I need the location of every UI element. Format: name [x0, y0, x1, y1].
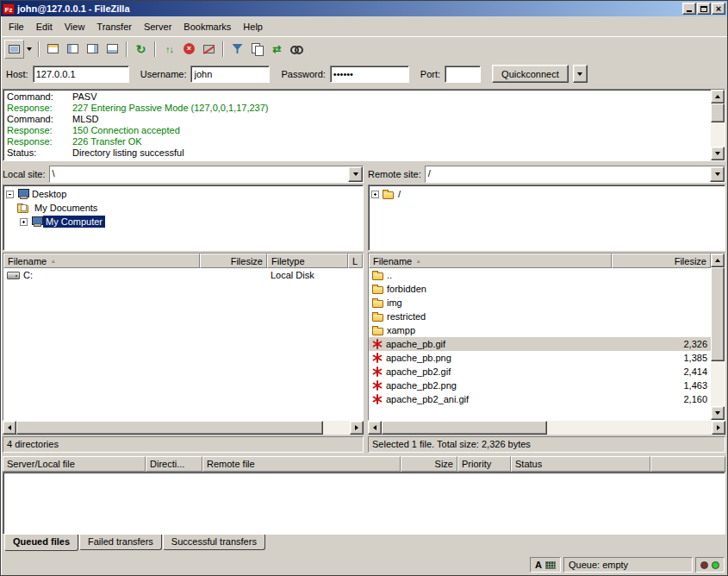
- local-horizontal-scrollbar[interactable]: [3, 421, 364, 435]
- password-input[interactable]: [330, 66, 409, 83]
- log-line: Command:MLSD: [7, 114, 707, 125]
- column-header-last-modified[interactable]: L: [348, 254, 363, 268]
- quickconnect-button[interactable]: Quickconnect: [492, 65, 569, 83]
- remote-file-row[interactable]: apache_pb.png 1,385: [369, 351, 711, 365]
- scroll-right-button[interactable]: [350, 421, 364, 435]
- remote-site-combo[interactable]: /: [425, 166, 725, 183]
- log-vertical-scrollbar[interactable]: [711, 90, 725, 160]
- column-header-size[interactable]: Size: [401, 456, 457, 472]
- triangle-left-icon: [373, 425, 376, 430]
- column-header-filesize[interactable]: Filesize: [612, 254, 711, 268]
- column-header-filetype[interactable]: Filetype: [267, 254, 348, 268]
- scroll-up-button[interactable]: [711, 90, 725, 103]
- column-header-direction[interactable]: Directi...: [146, 456, 202, 472]
- tree-item-root[interactable]: /: [369, 187, 725, 201]
- tab-successful-transfers[interactable]: Successful transfers: [163, 535, 265, 550]
- queue-body[interactable]: [3, 472, 725, 535]
- column-header-filesize[interactable]: Filesize: [200, 254, 267, 268]
- remote-file-row[interactable]: apache_pb2.gif 2,414: [369, 365, 711, 379]
- filezilla-window: Fz john@127.0.0.1 - FileZilla × File Edi…: [0, 0, 728, 576]
- minimize-button[interactable]: [682, 3, 696, 15]
- menu-view[interactable]: View: [59, 19, 91, 34]
- expand-expander[interactable]: [20, 218, 28, 226]
- local-site-dropdown-button[interactable]: [348, 166, 363, 182]
- toggle-local-treeview-button[interactable]: [63, 40, 83, 59]
- port-input[interactable]: [445, 66, 481, 83]
- scroll-track[interactable]: [711, 103, 725, 147]
- menu-transfer[interactable]: Transfer: [90, 19, 138, 34]
- process-queue-button[interactable]: ↑↓: [159, 40, 179, 59]
- scroll-thumb[interactable]: [16, 421, 323, 435]
- local-status-text: 4 directories: [3, 436, 364, 453]
- remote-file-row[interactable]: img: [369, 296, 711, 310]
- remote-file-row[interactable]: apache_pb2.png 1,463: [369, 379, 711, 392]
- toggle-remote-treeview-button[interactable]: [83, 40, 103, 59]
- scroll-thumb[interactable]: [382, 421, 547, 435]
- close-button[interactable]: ×: [712, 3, 725, 15]
- menu-help[interactable]: Help: [237, 19, 269, 34]
- username-input[interactable]: [190, 66, 270, 83]
- scroll-down-button[interactable]: [711, 406, 725, 420]
- scroll-down-button[interactable]: [711, 147, 725, 160]
- quickconnect-bar: Host: Username: Password: Port: Quickcon…: [1, 60, 727, 87]
- remote-file-row[interactable]: apache_pb2_ani.gif 2,160: [369, 392, 711, 406]
- toggle-transfer-queue-button[interactable]: [103, 40, 122, 59]
- tree-item-desktop[interactable]: Desktop: [3, 187, 363, 201]
- expand-expander[interactable]: [371, 191, 379, 198]
- column-header-server-local-file[interactable]: Server/Local file: [3, 456, 146, 472]
- site-manager-dropdown-button[interactable]: [24, 40, 34, 59]
- scroll-left-button[interactable]: [368, 421, 382, 435]
- remote-file-row-selected[interactable]: apache_pb.gif 2,326: [369, 337, 711, 351]
- scroll-track[interactable]: [16, 421, 350, 435]
- directory-listing-filters-button[interactable]: [227, 40, 247, 59]
- remote-horizontal-scrollbar[interactable]: [368, 421, 725, 435]
- title-bar[interactable]: Fz john@127.0.0.1 - FileZilla ×: [1, 1, 727, 16]
- scroll-thumb[interactable]: [711, 267, 725, 361]
- column-header-remote-file[interactable]: Remote file: [202, 456, 401, 472]
- column-header-priority[interactable]: Priority: [457, 456, 511, 472]
- collapse-expander[interactable]: [6, 191, 14, 198]
- menu-file[interactable]: File: [3, 19, 30, 34]
- host-input[interactable]: [33, 66, 129, 83]
- transfer-type-indicator[interactable]: A: [530, 557, 561, 573]
- directory-comparison-button[interactable]: [247, 40, 267, 59]
- remote-file-row[interactable]: xampp: [369, 323, 711, 337]
- tree-item-my-documents[interactable]: My Documents: [3, 201, 363, 215]
- column-header-filename[interactable]: Filename▲: [3, 254, 200, 268]
- scroll-track[interactable]: [382, 421, 712, 435]
- refresh-button[interactable]: ↻: [131, 40, 151, 59]
- remote-file-row[interactable]: forbidden: [369, 282, 711, 296]
- maximize-button[interactable]: [697, 3, 711, 15]
- disconnect-button[interactable]: [199, 40, 219, 59]
- image-file-icon: [372, 339, 383, 349]
- my-documents-icon: [17, 205, 28, 213]
- column-header-filename[interactable]: Filename▲: [369, 254, 612, 268]
- tab-failed-transfers[interactable]: Failed transfers: [79, 535, 162, 550]
- menu-bookmarks[interactable]: Bookmarks: [177, 19, 237, 34]
- scroll-right-button[interactable]: [712, 421, 725, 435]
- site-manager-button[interactable]: [4, 40, 24, 59]
- synchronized-browsing-button[interactable]: ⇄: [267, 40, 287, 59]
- cancel-operation-button[interactable]: ×: [179, 40, 199, 59]
- remote-site-dropdown-button[interactable]: [710, 166, 725, 182]
- tab-queued-files[interactable]: Queued files: [4, 535, 78, 551]
- remote-file-row[interactable]: ..: [369, 268, 711, 282]
- menu-edit[interactable]: Edit: [30, 19, 59, 34]
- scroll-up-button[interactable]: [711, 254, 725, 267]
- local-file-row[interactable]: C: Local Disk: [3, 268, 363, 282]
- folder-icon: [372, 286, 383, 294]
- remote-directory-tree: /: [368, 185, 725, 251]
- local-site-combo[interactable]: \: [49, 166, 364, 183]
- tree-item-my-computer[interactable]: My Computer: [3, 215, 363, 229]
- scroll-thumb[interactable]: [711, 103, 725, 122]
- find-files-button[interactable]: [287, 40, 307, 59]
- remote-vertical-scrollbar[interactable]: [711, 254, 725, 420]
- desktop-icon: [17, 189, 29, 199]
- scroll-left-button[interactable]: [3, 421, 16, 435]
- quickconnect-dropdown-button[interactable]: [573, 65, 588, 83]
- scroll-track[interactable]: [711, 267, 725, 406]
- column-header-status[interactable]: Status: [511, 456, 650, 472]
- remote-file-row[interactable]: restricted: [369, 310, 711, 323]
- toggle-message-log-button[interactable]: [43, 40, 63, 59]
- menu-server[interactable]: Server: [138, 19, 177, 34]
